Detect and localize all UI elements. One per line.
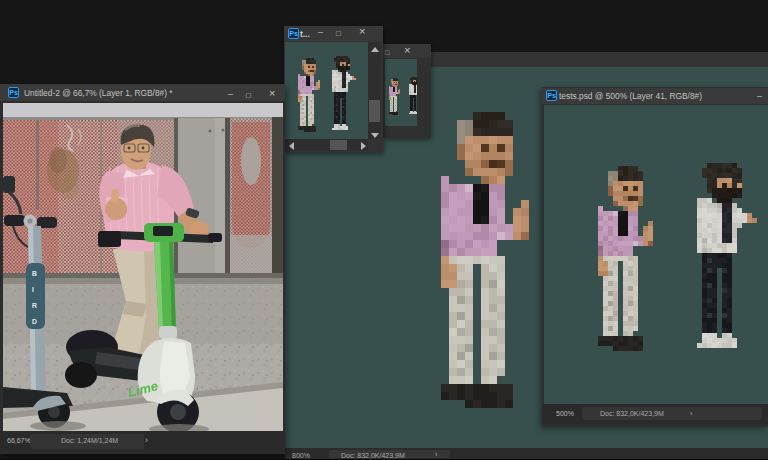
svg-text:R: R <box>32 302 37 309</box>
svg-text:B: B <box>32 270 37 277</box>
svg-text:D: D <box>32 318 37 325</box>
svg-text:I: I <box>32 286 34 293</box>
